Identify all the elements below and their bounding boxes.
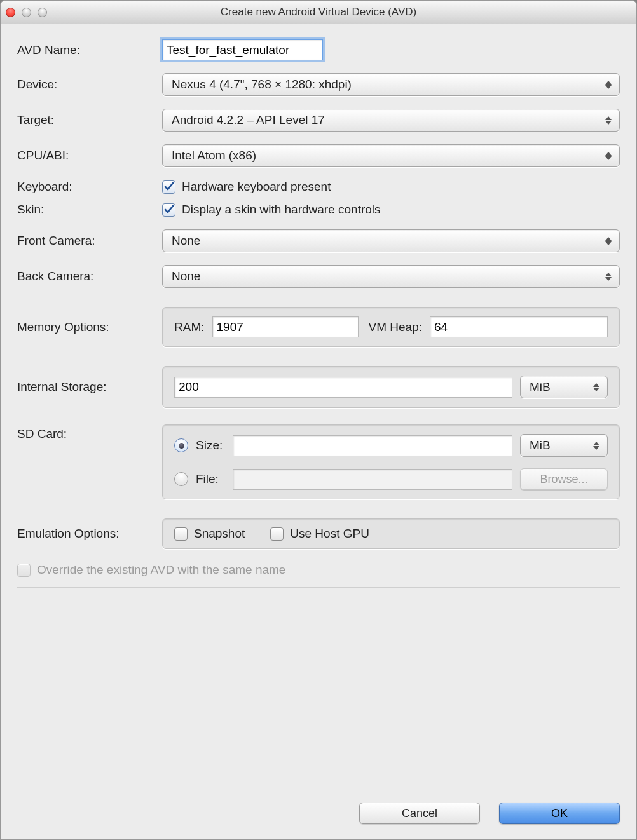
svg-marker-7 <box>605 241 612 245</box>
use-host-gpu-checkbox-label: Use Host GPU <box>290 527 369 541</box>
svg-marker-1 <box>605 85 612 89</box>
target-label: Target: <box>17 113 162 127</box>
front-camera-label: Front Camera: <box>17 234 162 248</box>
svg-marker-5 <box>605 156 612 160</box>
device-combo[interactable]: Nexus 4 (4.7", 768 × 1280: xhdpi) <box>162 73 620 96</box>
sd-size-radio[interactable] <box>174 438 188 452</box>
skin-checkbox-label: Display a skin with hardware controls <box>182 203 381 217</box>
chevron-updown-icon <box>603 230 614 252</box>
front-camera-combo[interactable]: None <box>162 229 620 252</box>
snapshot-checkbox-label: Snapshot <box>194 527 245 541</box>
window-title: Create new Android Virtual Device (AVD) <box>1 6 636 18</box>
dialog-footer: Cancel OK <box>359 803 620 824</box>
memory-options-label: Memory Options: <box>17 320 162 334</box>
checkbox-icon <box>174 527 188 541</box>
use-host-gpu-checkbox[interactable]: Use Host GPU <box>270 527 369 541</box>
internal-storage-label: Internal Storage: <box>17 380 162 394</box>
sd-file-label: File: <box>196 472 225 486</box>
svg-marker-3 <box>605 121 612 125</box>
internal-storage-unit-value: MiB <box>530 380 551 394</box>
svg-marker-10 <box>593 383 599 387</box>
snapshot-checkbox[interactable]: Snapshot <box>174 527 245 541</box>
skin-checkbox[interactable]: Display a skin with hardware controls <box>162 203 381 217</box>
svg-marker-13 <box>593 446 599 450</box>
avd-name-input[interactable] <box>162 39 323 60</box>
internal-storage-input[interactable] <box>174 377 512 398</box>
create-avd-window: Create new Android Virtual Device (AVD) … <box>0 0 637 840</box>
separator <box>17 587 620 588</box>
ok-button[interactable]: OK <box>499 803 620 824</box>
internal-storage-group: MiB <box>162 366 620 408</box>
titlebar: Create new Android Virtual Device (AVD) <box>1 1 636 24</box>
skin-label: Skin: <box>17 203 162 217</box>
back-camera-combo[interactable]: None <box>162 265 620 288</box>
back-camera-combo-value: None <box>172 269 200 283</box>
svg-marker-12 <box>593 442 599 445</box>
internal-storage-unit-combo[interactable]: MiB <box>520 376 608 398</box>
avd-name-label: AVD Name: <box>17 43 162 57</box>
sd-size-input[interactable] <box>233 435 512 456</box>
vm-heap-input[interactable] <box>430 316 608 337</box>
sd-file-radio[interactable] <box>174 472 188 486</box>
checkbox-checked-icon <box>162 180 175 194</box>
svg-marker-2 <box>605 116 612 120</box>
chevron-updown-icon <box>603 74 614 95</box>
svg-marker-4 <box>605 152 612 156</box>
sd-card-group: Size: MiB File: Browse... <box>162 424 620 499</box>
front-camera-combo-value: None <box>172 234 200 248</box>
chevron-updown-icon <box>603 266 614 287</box>
target-combo[interactable]: Android 4.2.2 – API Level 17 <box>162 109 620 132</box>
sd-file-input <box>233 469 512 490</box>
browse-button: Browse... <box>520 468 608 490</box>
sd-card-label: SD Card: <box>17 424 162 441</box>
svg-marker-6 <box>605 237 612 241</box>
ram-label: RAM: <box>174 320 205 334</box>
cpu-abi-label: CPU/ABI: <box>17 149 162 163</box>
svg-marker-8 <box>605 273 612 276</box>
target-combo-value: Android 4.2.2 – API Level 17 <box>172 113 325 127</box>
sd-size-label: Size: <box>196 438 225 452</box>
keyboard-label: Keyboard: <box>17 180 162 194</box>
checkbox-checked-icon <box>162 203 175 217</box>
emulation-options-group: Snapshot Use Host GPU <box>162 518 620 549</box>
ram-input[interactable] <box>212 316 359 337</box>
keyboard-checkbox[interactable]: Hardware keyboard present <box>162 180 331 194</box>
emulation-options-label: Emulation Options: <box>17 527 162 541</box>
device-combo-value: Nexus 4 (4.7", 768 × 1280: xhdpi) <box>172 78 352 91</box>
cpu-abi-combo[interactable]: Intel Atom (x86) <box>162 144 620 167</box>
sd-unit-combo[interactable]: MiB <box>520 434 608 457</box>
cpu-abi-combo-value: Intel Atom (x86) <box>172 149 256 163</box>
checkbox-icon <box>270 527 284 541</box>
cancel-button[interactable]: Cancel <box>359 803 480 824</box>
radio-selected-icon <box>179 443 184 449</box>
sd-unit-value: MiB <box>530 438 551 452</box>
chevron-updown-icon <box>591 435 602 456</box>
vm-heap-label: VM Heap: <box>369 320 422 334</box>
chevron-updown-icon <box>603 145 614 166</box>
checkbox-disabled-icon <box>17 564 31 577</box>
chevron-updown-icon <box>603 109 614 131</box>
keyboard-checkbox-label: Hardware keyboard present <box>182 180 331 194</box>
override-avd-checkbox: Override the existing AVD with the same … <box>17 563 285 577</box>
memory-options-group: RAM: VM Heap: <box>162 307 620 347</box>
svg-marker-9 <box>605 277 612 281</box>
override-avd-label: Override the existing AVD with the same … <box>37 563 285 577</box>
chevron-updown-icon <box>591 376 602 398</box>
back-camera-label: Back Camera: <box>17 269 162 283</box>
form-content: AVD Name: Test_for_fast_emulator Device:… <box>1 24 636 588</box>
device-label: Device: <box>17 78 162 91</box>
svg-marker-11 <box>593 388 599 391</box>
svg-marker-0 <box>605 81 612 85</box>
